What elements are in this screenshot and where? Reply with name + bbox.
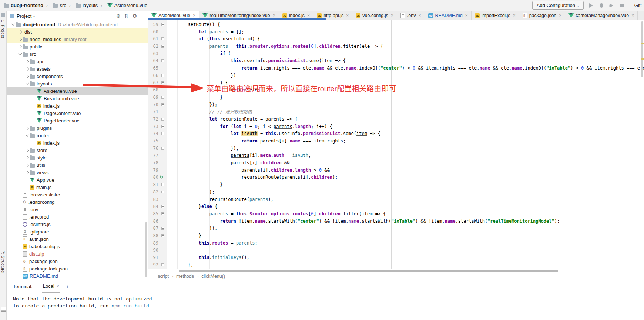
fold-marker-icon[interactable] (161, 234, 164, 237)
fold-marker-icon[interactable] (161, 23, 164, 26)
editor-breadcrumb-methods[interactable]: methods (169, 273, 194, 280)
tree-item-style[interactable]: style (7, 154, 148, 161)
close-icon[interactable]: × (307, 13, 310, 18)
chevron-right-icon[interactable] (17, 38, 23, 41)
breadcrumb-item-src[interactable]: src (43, 3, 66, 8)
collapse-all-icon[interactable] (124, 13, 129, 19)
tree-item-components[interactable]: components (7, 73, 148, 80)
locate-file-icon[interactable] (116, 13, 121, 19)
coverage-icon[interactable] (609, 3, 615, 9)
code-line-79[interactable]: 79 parents[i].children.length > 0 && (148, 167, 644, 174)
chevron-down-icon[interactable] (17, 53, 23, 55)
git-label[interactable]: Git: (634, 3, 642, 8)
run-icon[interactable] (588, 3, 594, 9)
tree-item-dist.zip[interactable]: dist.zip (7, 250, 148, 257)
code-line-80[interactable]: 80↻ recursionRoute(parents[i].children); (148, 174, 644, 181)
chevron-right-icon[interactable] (24, 171, 30, 174)
fold-marker-icon[interactable] (161, 37, 164, 40)
settings-gear-icon[interactable] (132, 13, 137, 19)
tree-item-.editorconfig[interactable]: .editorconfig (7, 198, 148, 206)
tree-item-PageHeader.vue[interactable]: PageHeader.vue (7, 117, 148, 124)
tree-item-public[interactable]: public (7, 43, 148, 50)
tree-item-dist[interactable]: dist (7, 28, 148, 36)
chevron-down-icon[interactable] (24, 135, 30, 136)
chevron-right-icon[interactable] (24, 164, 30, 166)
code-line-89[interactable]: 89 this.routes = parents; (148, 240, 644, 247)
fold-marker-icon[interactable] (161, 103, 164, 106)
tree-item-App.vue[interactable]: App.vue (7, 176, 148, 183)
close-icon[interactable]: × (513, 13, 516, 18)
tree-item-.env.prod[interactable]: .env.prod (7, 213, 148, 220)
code-line-59[interactable]: 59 setRoute() { (148, 21, 644, 28)
fold-marker-icon[interactable] (161, 45, 164, 48)
tab-cameraManage\index.vue[interactable]: cameraManage\index.vue× (565, 11, 638, 20)
code-line-69[interactable]: 69 } (148, 94, 644, 101)
breadcrumb-item-layouts[interactable]: layouts (66, 3, 98, 8)
chevron-right-icon[interactable] (24, 68, 30, 70)
tree-item-PageContent.vue[interactable]: PageContent.vue (7, 110, 148, 117)
tree-item-views[interactable]: views (7, 169, 148, 176)
project-stripe-button[interactable]: 1: Project (1, 20, 5, 38)
editor-breadcrumb-script[interactable]: script (158, 273, 169, 280)
code-line-81[interactable]: 81 } (148, 181, 644, 189)
close-icon[interactable]: × (391, 13, 393, 18)
error-stripe-mark[interactable] (641, 58, 644, 60)
tree-item-utils[interactable]: utils (7, 161, 148, 169)
code-line-63[interactable]: 63 if ( (148, 50, 644, 58)
chevron-right-icon[interactable] (24, 127, 30, 129)
debug-icon[interactable] (598, 3, 604, 9)
code-line-84[interactable]: 84 }else { (148, 203, 644, 210)
code-line-90[interactable]: 90 (148, 247, 644, 254)
code-line-78[interactable]: 78 parents[i].children && (148, 159, 644, 167)
chevron-down-icon[interactable] (24, 83, 30, 84)
code-line-60[interactable]: 60 let parents = []; (148, 28, 644, 36)
code-line-64[interactable]: 64 this.userInfo.permissionList.some(ite… (148, 57, 644, 65)
fold-marker-icon[interactable] (161, 132, 164, 135)
code-line-74[interactable]: 74 let isAuth = this.userInfo.permission… (148, 130, 644, 138)
code-line-61[interactable]: 61 if (this.userInfo.id) { (148, 36, 644, 43)
project-view-selector[interactable]: Project (10, 13, 35, 19)
tree-item-index.js[interactable]: index.js (7, 102, 148, 110)
fold-marker-icon[interactable] (161, 96, 164, 99)
fold-marker-icon[interactable] (161, 81, 164, 84)
chevron-right-icon[interactable] (24, 149, 30, 152)
tree-item-duoji-frontend[interactable]: duoji-frontendD:\zheheWeb\duoji-frontend (7, 21, 148, 28)
error-stripe-mark[interactable] (641, 43, 644, 44)
tree-item-.gitignore[interactable]: .gitignore (7, 228, 148, 235)
code-line-71[interactable]: 71 // // 递归权限路由 (148, 108, 644, 116)
tree-item-README.md[interactable]: README.md (7, 272, 148, 280)
tree-item-package-lock.json[interactable]: package-lock.json (7, 265, 148, 272)
fold-marker-icon[interactable] (161, 59, 164, 62)
fold-marker-icon[interactable] (161, 263, 164, 266)
code-line-85[interactable]: 85 parents = this.$router.options.routes… (148, 210, 644, 218)
code-line-75[interactable]: 75 return parents[i].name === item.right… (148, 138, 644, 145)
code-line-73[interactable]: 73 for (let i = 0; i < parents.length; i… (148, 123, 644, 131)
tree-item-package.json[interactable]: package.json (7, 257, 148, 265)
chevron-down-icon[interactable] (10, 24, 16, 25)
code-line-76[interactable]: 76 }); (148, 145, 644, 152)
tree-item-babel.config.js[interactable]: babel.config.js (7, 243, 148, 250)
tree-item-router[interactable]: router (7, 132, 148, 139)
tree-item-layouts[interactable]: layouts (7, 80, 148, 87)
fold-marker-icon[interactable] (161, 118, 164, 121)
structure-stripe-button[interactable]: 7: Structure (1, 251, 5, 273)
tree-item-.eslintrc.js[interactable]: .eslintrc.js (7, 220, 148, 228)
fold-marker-icon[interactable] (161, 227, 164, 230)
fold-marker-icon[interactable] (161, 125, 164, 128)
code-line-92[interactable]: 92 }, (148, 262, 644, 269)
fold-marker-icon[interactable] (161, 183, 164, 186)
close-icon[interactable]: × (559, 13, 561, 18)
fold-marker-icon[interactable] (161, 205, 164, 208)
tree-item-plugins[interactable]: plugins (7, 124, 148, 132)
stop-icon[interactable] (619, 3, 625, 9)
code-editor[interactable]: 59 setRoute() {60 let parents = [];61 if… (148, 20, 644, 269)
close-icon[interactable]: × (273, 13, 275, 18)
code-line-62[interactable]: 62 parents = this.$router.options.routes… (148, 43, 644, 50)
close-icon[interactable]: × (418, 13, 421, 18)
tree-item-main.js[interactable]: main.js (7, 183, 148, 191)
new-terminal-icon[interactable]: + (66, 283, 69, 290)
close-icon[interactable]: × (57, 284, 59, 289)
fold-marker-icon[interactable] (161, 191, 164, 193)
fold-marker-icon[interactable] (161, 147, 164, 150)
breadcrumb-item-AsideMenu.vue[interactable]: AsideMenu.vue (98, 3, 147, 8)
